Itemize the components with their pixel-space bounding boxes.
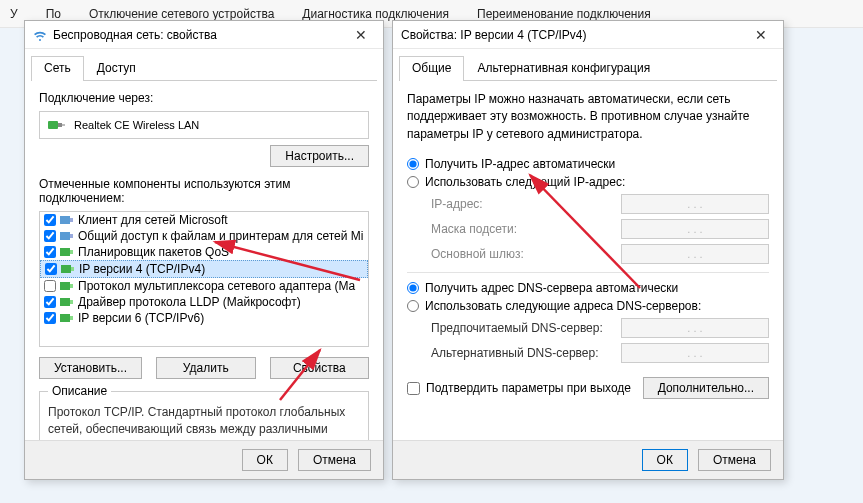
components-label: Отмеченные компоненты используются этим … xyxy=(39,177,369,205)
tab-access[interactable]: Доступ xyxy=(84,56,149,81)
gateway-label: Основной шлюз: xyxy=(431,247,621,261)
titlebar: Беспроводная сеть: свойства ✕ xyxy=(25,21,383,49)
svg-rect-3 xyxy=(60,216,70,224)
properties-button[interactable]: Свойства xyxy=(270,357,370,379)
list-item[interactable]: IP версии 4 (TCP/IPv4) xyxy=(40,260,368,278)
list-item[interactable]: Драйвер протокола LLDP (Майкрософт) xyxy=(40,294,368,310)
svg-rect-11 xyxy=(60,282,70,290)
checkbox[interactable] xyxy=(44,246,56,258)
list-item-label: IP версии 4 (TCP/IPv4) xyxy=(79,262,205,276)
svg-rect-8 xyxy=(70,250,73,254)
intro-text: Параметры IP можно назначать автоматичес… xyxy=(407,91,769,143)
list-item-label: Драйвер протокола LLDP (Майкрософт) xyxy=(78,295,301,309)
connect-via-label: Подключение через: xyxy=(39,91,369,105)
svg-rect-12 xyxy=(70,284,73,288)
svg-rect-0 xyxy=(48,121,58,129)
checkbox[interactable] xyxy=(44,296,56,308)
radio-dns-auto[interactable]: Получить адрес DNS-сервера автоматически xyxy=(407,281,769,295)
ok-button[interactable]: ОК xyxy=(642,449,688,471)
wifi-icon xyxy=(33,28,47,42)
list-item[interactable]: Клиент для сетей Microsoft xyxy=(40,212,368,228)
checkbox[interactable] xyxy=(44,230,56,242)
svg-rect-1 xyxy=(58,123,62,127)
tab-network[interactable]: Сеть xyxy=(31,56,84,81)
advanced-button[interactable]: Дополнительно... xyxy=(643,377,769,399)
ipv6-icon xyxy=(60,312,74,324)
ipv4-icon xyxy=(61,263,75,275)
network-adapter-icon xyxy=(48,118,66,132)
titlebar: Свойства: IP версии 4 (TCP/IPv4) ✕ xyxy=(393,21,783,49)
checkbox[interactable] xyxy=(44,312,56,324)
share-icon xyxy=(60,230,74,242)
ip-address-input: . . . xyxy=(621,194,769,214)
svg-rect-9 xyxy=(61,265,71,273)
tabs: Сеть Доступ xyxy=(31,55,377,81)
adapter-box: Realtek CE Wireless LAN xyxy=(39,111,369,139)
radio-ip-manual[interactable]: Использовать следующий IP-адрес: xyxy=(407,175,769,189)
uninstall-button[interactable]: Удалить xyxy=(156,357,256,379)
dns-alt-input: . . . xyxy=(621,343,769,363)
svg-rect-6 xyxy=(70,234,73,238)
toolbar-item[interactable]: Диагностика подключения xyxy=(302,7,449,21)
separator xyxy=(407,272,769,273)
dns-pref-input: . . . xyxy=(621,318,769,338)
close-button[interactable]: ✕ xyxy=(347,24,375,46)
adapter-name: Realtek CE Wireless LAN xyxy=(74,119,199,131)
svg-rect-10 xyxy=(71,267,74,271)
list-item-label: IP версии 6 (TCP/IPv6) xyxy=(78,311,204,325)
install-button[interactable]: Установить... xyxy=(39,357,142,379)
svg-rect-5 xyxy=(60,232,70,240)
cancel-button[interactable]: Отмена xyxy=(298,449,371,471)
radio[interactable] xyxy=(407,176,419,188)
toolbar-item[interactable]: Переименование подключения xyxy=(477,7,651,21)
lldp-icon xyxy=(60,296,74,308)
validate-checkbox[interactable] xyxy=(407,382,420,395)
list-item[interactable]: Протокол мультиплексора сетевого адаптер… xyxy=(40,278,368,294)
close-button[interactable]: ✕ xyxy=(747,24,775,46)
adapter-properties-dialog: Беспроводная сеть: свойства ✕ Сеть Досту… xyxy=(24,20,384,480)
svg-rect-4 xyxy=(70,218,73,222)
tab-alternate[interactable]: Альтернативная конфигурация xyxy=(464,56,663,81)
svg-rect-15 xyxy=(60,314,70,322)
checkbox[interactable] xyxy=(44,280,56,292)
list-item[interactable]: Общий доступ к файлам и принтерам для се… xyxy=(40,228,368,244)
list-item[interactable]: IP версии 6 (TCP/IPv6) xyxy=(40,310,368,326)
dialog-content: Подключение через: Realtek CE Wireless L… xyxy=(25,81,383,473)
toolbar-item[interactable]: По xyxy=(46,7,61,21)
ip-address-label: IP-адрес: xyxy=(431,197,621,211)
list-item-label: Планировщик пакетов QoS xyxy=(78,245,229,259)
radio[interactable] xyxy=(407,300,419,312)
radio-label: Использовать следующие адреса DNS-сервер… xyxy=(425,299,701,313)
radio-ip-auto[interactable]: Получить IP-адрес автоматически xyxy=(407,157,769,171)
dns-pref-label: Предпочитаемый DNS-сервер: xyxy=(431,321,621,335)
svg-rect-13 xyxy=(60,298,70,306)
radio[interactable] xyxy=(407,282,419,294)
list-item[interactable]: Планировщик пакетов QoS xyxy=(40,244,368,260)
radio-dns-manual[interactable]: Использовать следующие адреса DNS-сервер… xyxy=(407,299,769,313)
ok-button[interactable]: ОК xyxy=(242,449,288,471)
checkbox[interactable] xyxy=(44,214,56,226)
cancel-button[interactable]: Отмена xyxy=(698,449,771,471)
configure-button[interactable]: Настроить... xyxy=(270,145,369,167)
dialog-footer: ОК Отмена xyxy=(393,440,783,479)
radio-label: Получить IP-адрес автоматически xyxy=(425,157,615,171)
ip-fields: IP-адрес: . . . Маска подсети: . . . Осн… xyxy=(431,194,769,264)
dialog-content: Параметры IP можно назначать автоматичес… xyxy=(393,81,783,409)
dns-alt-label: Альтернативный DNS-сервер: xyxy=(431,346,621,360)
toolbar-item[interactable]: Отключение сетевого устройства xyxy=(89,7,274,21)
list-item-label: Общий доступ к файлам и принтерам для се… xyxy=(78,229,363,243)
gateway-input: . . . xyxy=(621,244,769,264)
dialog-title: Свойства: IP версии 4 (TCP/IPv4) xyxy=(401,28,747,42)
components-list[interactable]: Клиент для сетей Microsoft Общий доступ … xyxy=(39,211,369,347)
radio-label: Получить адрес DNS-сервера автоматически xyxy=(425,281,678,295)
tab-general[interactable]: Общие xyxy=(399,56,464,81)
qos-icon xyxy=(60,246,74,258)
mux-icon xyxy=(60,280,74,292)
checkbox[interactable] xyxy=(45,263,57,275)
subnet-mask-label: Маска подсети: xyxy=(431,222,621,236)
dns-fields: Предпочитаемый DNS-сервер: . . . Альтерн… xyxy=(431,318,769,363)
svg-rect-16 xyxy=(70,316,73,320)
toolbar-item[interactable]: У xyxy=(10,7,18,21)
validate-checkbox-row[interactable]: Подтвердить параметры при выходе xyxy=(407,381,631,395)
radio[interactable] xyxy=(407,158,419,170)
